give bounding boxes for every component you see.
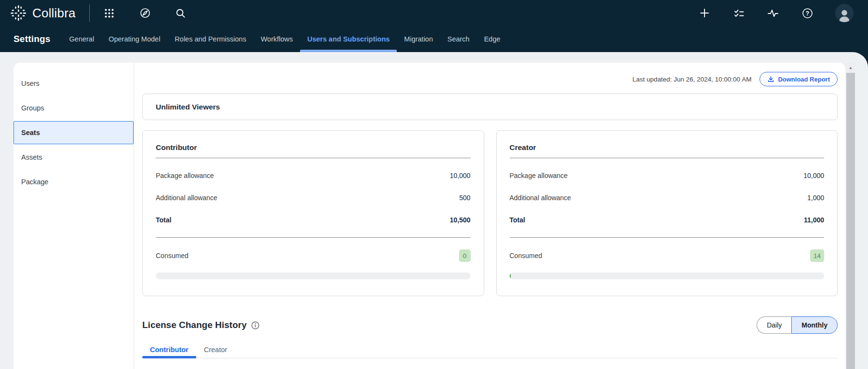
svg-text:?: ? [805,10,809,17]
divider [510,158,825,158]
sidebar-item-package[interactable]: Package [14,170,134,193]
consumed-row: Consumed 14 [510,249,825,262]
page-body: Users Groups Seats Assets Package Last u… [0,52,868,369]
history-tab-creator[interactable]: Creator [196,342,235,358]
sidebar-item-assets[interactable]: Assets [14,146,134,169]
tab-general[interactable]: General [62,26,102,52]
compass-icon[interactable] [139,7,151,19]
last-updated-text: Last updated: Jun 26, 2024, 10:00:00 AM [632,76,751,83]
license-history-tabs: Contributor Creator [142,342,838,358]
additional-allowance-row: Additional allowance 1,000 [510,193,825,203]
download-icon [767,76,774,83]
page-title: Settings [14,34,51,44]
tasks-icon[interactable] [732,7,745,19]
consumption-progress-bar [156,273,471,279]
toggle-daily[interactable]: Daily [757,316,791,334]
sidebar-item-groups[interactable]: Groups [14,96,134,120]
consumption-progress-bar [510,273,825,279]
contributor-card: Contributor Package allowance 10,000 Add… [142,130,484,296]
total-row: Total 11,000 [510,215,825,225]
search-icon[interactable] [175,7,187,19]
tab-workflows[interactable]: Workflows [254,26,300,52]
package-allowance-row: Package allowance 10,000 [510,171,825,180]
consumed-row: Consumed 0 [156,249,471,262]
scroll-up-arrow[interactable]: ▲ [846,63,855,73]
info-icon[interactable] [251,321,259,329]
tab-search[interactable]: Search [440,26,477,52]
scrollbar-thumb[interactable] [846,73,855,369]
sidebar-item-seats[interactable]: Seats [14,121,134,144]
total-row: Total 10,500 [156,215,471,225]
license-history-title: License Change History [142,320,246,330]
help-icon[interactable]: ? [801,7,814,19]
activity-icon[interactable] [767,7,779,19]
brand[interactable]: Collibra [10,4,76,22]
tab-migration[interactable]: Migration [397,26,440,52]
apps-grid-icon[interactable] [103,7,116,19]
divider [510,237,825,238]
tab-roles-and-permissions[interactable]: Roles and Permissions [167,26,253,52]
download-report-button[interactable]: Download Report [760,72,838,86]
creator-card: Creator Package allowance 10,000 Additio… [496,130,838,296]
consumption-progress-fill [510,273,511,279]
period-toggle: Daily Monthly [757,316,838,334]
avatar[interactable] [835,4,854,22]
toggle-monthly[interactable]: Monthly [791,316,838,334]
topbar: Collibra [0,0,868,26]
divider [156,158,471,158]
collibra-logo-icon [10,4,27,22]
content-panel: Users Groups Seats Assets Package Last u… [14,63,845,369]
tab-edge[interactable]: Edge [477,26,508,52]
package-allowance-row: Package allowance 10,000 [156,171,471,180]
consumed-badge: 0 [459,249,471,262]
card-title: Creator [510,143,825,154]
divider [156,237,471,238]
topbar-divider [89,4,90,22]
seats-main: Last updated: Jun 26, 2024, 10:00:00 AM … [134,63,845,369]
unlimited-viewers-title: Unlimited Viewers [156,103,220,111]
sidebar: Users Groups Seats Assets Package [14,63,134,369]
settings-navbar: Settings General Operating Model Roles a… [0,26,868,52]
card-title: Contributor [156,143,471,154]
tab-operating-model[interactable]: Operating Model [101,26,167,52]
additional-allowance-row: Additional allowance 500 [156,193,471,203]
add-icon[interactable] [698,7,711,19]
brand-name: Collibra [32,6,76,21]
app-header: Collibra [0,0,868,52]
history-tab-contributor[interactable]: Contributor [142,342,196,358]
unlimited-viewers-card: Unlimited Viewers [142,94,838,120]
tab-users-and-subscriptions[interactable]: Users and Subscriptions [300,26,397,52]
sidebar-item-users[interactable]: Users [14,72,134,95]
vertical-scrollbar[interactable]: ▲ [846,63,855,369]
consumed-badge: 14 [810,249,824,262]
